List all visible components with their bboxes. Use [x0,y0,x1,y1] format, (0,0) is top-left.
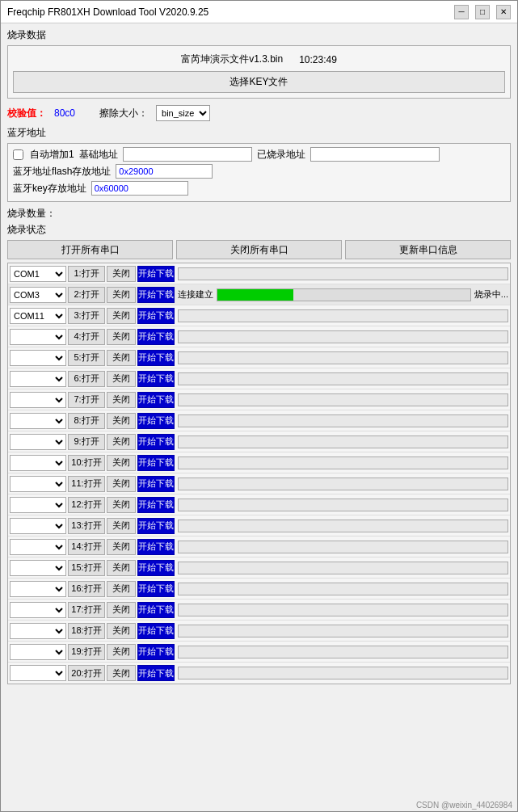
port-open-btn-11[interactable]: 11:打开 [68,476,105,492]
port-close-btn-17[interactable]: 关闭 [107,602,136,618]
port-close-btn-2[interactable]: 关闭 [107,287,136,303]
port-select-3[interactable]: COM1COM3COM11 [10,308,66,324]
port-open-btn-20[interactable]: 20:打开 [68,665,105,681]
select-key-button[interactable]: 选择KEY文件 [13,71,505,93]
auto-increment-checkbox[interactable] [13,149,23,160]
port-close-btn-3[interactable]: 关闭 [107,308,136,324]
checksum-value: 80c0 [54,107,75,119]
port-close-btn-8[interactable]: 关闭 [107,413,136,429]
port-dl-btn-17[interactable]: 开始下载 [137,602,175,618]
port-dl-btn-20[interactable]: 开始下载 [137,665,175,681]
port-close-btn-18[interactable]: 关闭 [107,623,136,639]
port-open-btn-13[interactable]: 13:打开 [68,518,105,534]
base-address-input[interactable] [123,147,252,162]
port-close-btn-1[interactable]: 关闭 [107,266,136,282]
port-dl-btn-7[interactable]: 开始下载 [137,392,175,408]
bt-section: 蓝牙地址 自动增加1 基础地址 已烧录地址 蓝牙地址flash存放地址 蓝牙ke… [7,126,511,202]
port-dl-btn-6[interactable]: 开始下载 [137,371,175,387]
port-select-16[interactable]: COM1COM3COM11 [10,581,66,597]
port-open-btn-7[interactable]: 7:打开 [68,392,105,408]
port-dl-btn-15[interactable]: 开始下载 [137,560,175,576]
file-name: 富芮坤演示文件v1.3.bin [181,53,283,66]
port-close-btn-6[interactable]: 关闭 [107,371,136,387]
burned-address-input[interactable] [310,147,440,162]
port-select-19[interactable]: COM1COM3COM11 [10,644,66,660]
port-open-btn-15[interactable]: 15:打开 [68,560,105,576]
port-select-1[interactable]: COM1COM3COM11 [10,266,66,282]
base-address-label: 基础地址 [79,148,118,162]
port-close-btn-19[interactable]: 关闭 [107,644,136,660]
port-dl-btn-1[interactable]: 开始下载 [137,266,175,282]
port-open-btn-3[interactable]: 3:打开 [68,308,105,324]
port-dl-btn-13[interactable]: 开始下载 [137,518,175,534]
port-select-9[interactable]: COM1COM3COM11 [10,434,66,450]
port-dl-btn-10[interactable]: 开始下载 [137,455,175,471]
port-select-14[interactable]: COM1COM3COM11 [10,539,66,555]
port-close-btn-10[interactable]: 关闭 [107,455,136,471]
port-dl-btn-12[interactable]: 开始下载 [137,497,175,513]
port-select-5[interactable]: COM1COM3COM11 [10,350,66,366]
port-open-btn-17[interactable]: 17:打开 [68,602,105,618]
port-open-btn-10[interactable]: 10:打开 [68,455,105,471]
port-select-13[interactable]: COM1COM3COM11 [10,518,66,534]
port-dl-btn-4[interactable]: 开始下载 [137,329,175,345]
port-select-4[interactable]: COM1COM3COM11 [10,329,66,345]
port-open-btn-12[interactable]: 12:打开 [68,497,105,513]
minimize-button[interactable]: ─ [454,5,469,19]
close-button[interactable]: ✕ [496,5,511,19]
port-dl-btn-3[interactable]: 开始下载 [137,308,175,324]
port-open-btn-19[interactable]: 19:打开 [68,644,105,660]
port-open-btn-6[interactable]: 6:打开 [68,371,105,387]
port-select-8[interactable]: COM1COM3COM11 [10,413,66,429]
port-row-12: COM1COM3COM1112:打开关闭开始下载 [8,494,510,515]
port-dl-btn-11[interactable]: 开始下载 [137,476,175,492]
port-open-btn-2[interactable]: 2:打开 [68,287,105,303]
port-open-btn-9[interactable]: 9:打开 [68,434,105,450]
port-open-btn-18[interactable]: 18:打开 [68,623,105,639]
key-address-input[interactable] [91,181,188,196]
port-dl-btn-14[interactable]: 开始下载 [137,539,175,555]
port-open-btn-5[interactable]: 5:打开 [68,350,105,366]
erase-select[interactable]: bin_size chip none [156,105,210,121]
port-close-btn-9[interactable]: 关闭 [107,434,136,450]
port-dl-btn-18[interactable]: 开始下载 [137,623,175,639]
port-select-18[interactable]: COM1COM3COM11 [10,623,66,639]
maximize-button[interactable]: □ [475,5,490,19]
port-close-btn-15[interactable]: 关闭 [107,560,136,576]
flash-address-input[interactable] [116,164,213,179]
port-open-btn-8[interactable]: 8:打开 [68,413,105,429]
port-open-btn-1[interactable]: 1:打开 [68,266,105,282]
port-close-btn-12[interactable]: 关闭 [107,497,136,513]
port-select-15[interactable]: COM1COM3COM11 [10,560,66,576]
burn-count-label: 烧录数量： [7,208,56,219]
port-close-btn-16[interactable]: 关闭 [107,581,136,597]
port-select-12[interactable]: COM1COM3COM11 [10,497,66,513]
port-close-btn-7[interactable]: 关闭 [107,392,136,408]
port-open-btn-4[interactable]: 4:打开 [68,329,105,345]
port-select-11[interactable]: COM1COM3COM11 [10,476,66,492]
port-open-btn-16[interactable]: 16:打开 [68,581,105,597]
port-select-20[interactable]: COM1COM3COM11 [10,665,66,681]
port-close-btn-14[interactable]: 关闭 [107,539,136,555]
port-dl-btn-2[interactable]: 开始下载 [137,287,175,303]
port-dl-btn-9[interactable]: 开始下载 [137,434,175,450]
port-dl-btn-8[interactable]: 开始下载 [137,413,175,429]
port-progress-8 [178,414,508,427]
port-close-btn-5[interactable]: 关闭 [107,350,136,366]
refresh-ports-button[interactable]: 更新串口信息 [345,240,511,259]
port-close-btn-20[interactable]: 关闭 [107,665,136,681]
port-select-2[interactable]: COM1COM3COM11 [10,287,66,303]
open-all-ports-button[interactable]: 打开所有串口 [7,240,173,259]
port-select-7[interactable]: COM1COM3COM11 [10,392,66,408]
port-select-6[interactable]: COM1COM3COM11 [10,371,66,387]
close-all-ports-button[interactable]: 关闭所有串口 [176,240,342,259]
port-close-btn-13[interactable]: 关闭 [107,518,136,534]
port-select-10[interactable]: COM1COM3COM11 [10,455,66,471]
port-open-btn-14[interactable]: 14:打开 [68,539,105,555]
port-dl-btn-16[interactable]: 开始下载 [137,581,175,597]
port-close-btn-11[interactable]: 关闭 [107,476,136,492]
port-select-17[interactable]: COM1COM3COM11 [10,602,66,618]
port-close-btn-4[interactable]: 关闭 [107,329,136,345]
port-dl-btn-5[interactable]: 开始下载 [137,350,175,366]
port-dl-btn-19[interactable]: 开始下载 [137,644,175,660]
